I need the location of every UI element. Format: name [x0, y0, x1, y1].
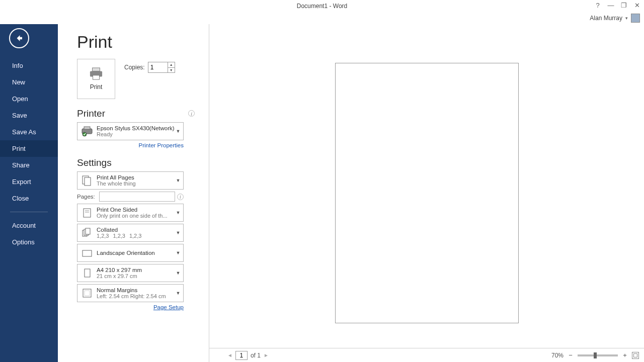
copies-spinner[interactable]: ▲ ▼ [148, 62, 175, 73]
svg-rect-13 [86, 228, 90, 234]
pages-icon [80, 174, 94, 187]
setting-orientation[interactable]: Landscape Orientation ▼ [77, 244, 184, 262]
svg-rect-16 [83, 289, 91, 297]
chevron-down-icon: ▼ [175, 210, 181, 215]
user-menu-caret-icon[interactable]: ▾ [625, 16, 628, 21]
settings-heading: Settings [77, 157, 209, 168]
setting-margins[interactable]: Normal Margins Left: 2.54 cm Right: 2.54… [77, 284, 184, 302]
setting-print-scope[interactable]: Print All Pages The whole thing ▼ [77, 171, 184, 190]
chevron-down-icon: ▼ [175, 230, 181, 235]
user-name[interactable]: Alan Murray [590, 15, 622, 22]
zoom-value: 70% [551, 352, 564, 359]
sidebar-separator [10, 212, 48, 212]
chevron-down-icon: ▼ [175, 129, 181, 134]
sidebar-item-close[interactable]: Close [0, 190, 58, 207]
sidebar-item-save-as[interactable]: Save As [0, 124, 58, 140]
document-title: Document1 - Word [297, 3, 347, 10]
margins-icon [80, 287, 94, 300]
copies-input[interactable] [148, 62, 168, 72]
printer-select[interactable]: Epson Stylus SX430(Network) Ready ▼ [77, 122, 184, 140]
svg-rect-4 [84, 127, 90, 129]
print-preview-area: ◄ of 1 ► 70% − + [209, 24, 644, 362]
setting-sides[interactable]: Print One Sided Only print on one side o… [77, 204, 184, 222]
copies-up-icon[interactable]: ▲ [168, 62, 175, 68]
chevron-down-icon: ▼ [175, 178, 181, 183]
minimize-icon[interactable]: — [607, 2, 615, 9]
setting-paper-size[interactable]: A4 210 x 297 mm 21 cm x 29.7 cm ▼ [77, 264, 184, 282]
printer-properties-link[interactable]: Printer Properties [139, 142, 184, 148]
restore-icon[interactable]: ❐ [620, 2, 628, 9]
pages-range-input[interactable] [99, 192, 175, 202]
pages-info-icon[interactable]: i [177, 194, 184, 200]
sidebar-item-print[interactable]: Print [0, 140, 58, 157]
svg-rect-7 [85, 177, 91, 186]
zoom-slider[interactable] [578, 354, 618, 356]
current-page-input[interactable] [235, 351, 248, 360]
backstage-sidebar: Info New Open Save Save As Print Share E… [0, 24, 58, 362]
next-page-icon[interactable]: ► [264, 352, 269, 358]
printer-status: Ready [97, 131, 175, 137]
page-setup-link[interactable]: Page Setup [153, 304, 184, 310]
sidebar-item-share[interactable]: Share [0, 157, 58, 173]
sidebar-item-save[interactable]: Save [0, 107, 58, 124]
avatar[interactable] [631, 14, 640, 23]
sidebar-item-account[interactable]: Account [0, 217, 58, 234]
pages-range-label: Pages: [77, 194, 97, 200]
print-button[interactable]: Print [77, 59, 115, 99]
help-icon[interactable]: ? [594, 2, 602, 9]
chevron-down-icon: ▼ [175, 250, 181, 255]
back-button[interactable] [9, 28, 29, 48]
page-title: Print [77, 32, 209, 52]
collate-icon [80, 226, 94, 239]
printer-device-icon [80, 125, 94, 138]
zoom-out-icon[interactable]: − [568, 351, 574, 359]
print-button-label: Print [90, 83, 103, 90]
svg-rect-15 [85, 269, 90, 277]
chevron-down-icon: ▼ [175, 291, 181, 296]
fit-to-window-icon[interactable] [632, 352, 639, 359]
sidebar-item-info[interactable]: Info [0, 57, 58, 74]
sidebar-item-open[interactable]: Open [0, 90, 58, 107]
printer-name: Epson Stylus SX430(Network) [97, 125, 175, 131]
svg-rect-2 [93, 75, 100, 79]
preview-status-bar: ◄ of 1 ► 70% − + [209, 348, 644, 362]
prev-page-icon[interactable]: ◄ [227, 352, 232, 358]
preview-page [335, 63, 519, 323]
back-arrow-icon [15, 34, 24, 43]
total-pages: of 1 [251, 352, 261, 359]
sidebar-item-export[interactable]: Export [0, 173, 58, 190]
sidebar-item-new[interactable]: New [0, 74, 58, 90]
copies-down-icon[interactable]: ▼ [168, 68, 175, 73]
setting-collate[interactable]: Collated 1,2,31,2,31,2,3 ▼ [77, 224, 184, 242]
landscape-icon [80, 246, 94, 259]
printer-info-icon[interactable]: i [188, 110, 195, 117]
svg-rect-0 [93, 68, 100, 71]
sidebar-item-options[interactable]: Options [0, 234, 58, 250]
paper-icon [80, 266, 94, 280]
user-bar: Alan Murray ▾ [0, 12, 644, 24]
print-options-panel: Print Print Copies: ▲ [58, 24, 209, 362]
copies-label: Copies: [124, 64, 145, 71]
printer-icon [89, 67, 104, 80]
svg-rect-8 [84, 209, 91, 217]
one-sided-icon [80, 206, 94, 219]
svg-rect-14 [83, 250, 92, 256]
zoom-in-icon[interactable]: + [622, 351, 628, 359]
title-bar: Document1 - Word ? — ❐ ✕ [0, 0, 644, 12]
close-icon[interactable]: ✕ [633, 2, 641, 9]
chevron-down-icon: ▼ [175, 270, 181, 276]
printer-heading: Printer i [77, 108, 209, 119]
